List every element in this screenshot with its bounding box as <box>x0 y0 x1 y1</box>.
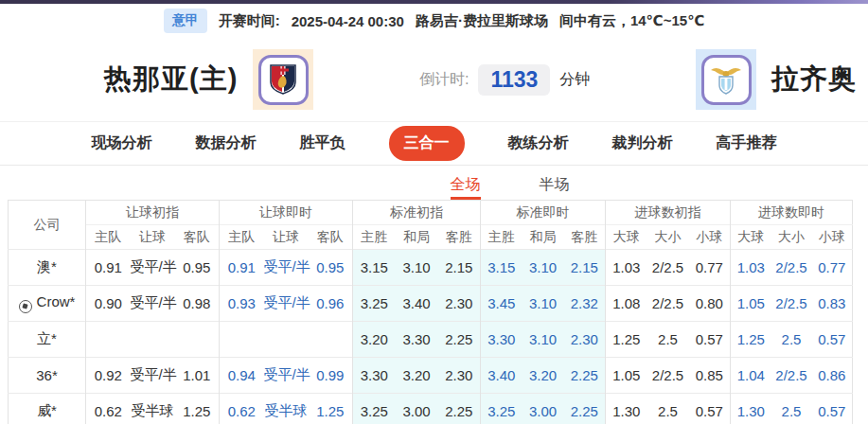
odds-cell: 2/2.5 <box>647 250 689 286</box>
odds-cell: 2.5 <box>771 322 812 358</box>
home-team-logo <box>253 49 313 110</box>
odds-cell: 0.99 <box>309 358 353 394</box>
group-header-1: 让球初指 <box>86 201 220 225</box>
odds-cell: 2.15 <box>438 250 481 286</box>
odds-cell: 3.20 <box>396 358 438 394</box>
sub-column-header: 客胜 <box>564 225 606 250</box>
odds-cell: 3.30 <box>481 322 523 358</box>
sub-column-header: 客队 <box>309 225 353 250</box>
main-tab-2[interactable]: 数据分析 <box>196 133 257 153</box>
odds-cell: 0.91 <box>220 250 264 286</box>
main-tab-1[interactable]: 现场分析 <box>92 133 152 153</box>
group-header-4: 标准即时 <box>481 201 606 225</box>
odds-cell: 0.95 <box>175 250 220 286</box>
home-team: 热那亚(主) <box>104 49 313 110</box>
main-tab-4[interactable]: 三合一 <box>389 126 465 161</box>
group-header-2: 让球即时 <box>220 201 353 225</box>
sub-column-header: 让球 <box>131 225 175 250</box>
venue: 路易吉·费拉里斯球场 <box>416 12 548 30</box>
table-row: 澳*0.91受平/半0.950.91受平/半0.953.153.102.153.… <box>9 250 853 286</box>
company-column-header: 公司 <box>9 201 86 250</box>
odds-cell: 1.03 <box>606 250 647 286</box>
odds-cell <box>264 322 309 358</box>
sub-column-header: 客胜 <box>438 225 481 250</box>
odds-cell: 0.90 <box>86 286 131 322</box>
odds-cell: 3.00 <box>396 394 438 424</box>
odds-cell: 1.30 <box>606 394 647 424</box>
home-team-name: 热那亚(主) <box>104 61 238 98</box>
odds-cell: 3.45 <box>481 286 523 322</box>
sub-column-header: 小球 <box>812 225 853 250</box>
odds-cell: 0.94 <box>220 358 264 394</box>
odds-cell: 0.57 <box>812 394 853 424</box>
odds-cell: 受半球 <box>131 394 175 424</box>
odds-cell: 3.40 <box>481 358 523 394</box>
away-team: 拉齐奥 <box>696 49 857 110</box>
odds-cell: 2/2.5 <box>647 286 689 322</box>
period-tabs: 全场半场 <box>0 165 868 200</box>
kickoff-label: 开赛时间: <box>219 12 280 30</box>
odds-cell: 受半球 <box>264 394 309 424</box>
odds-cell: 0.77 <box>689 250 731 286</box>
odds-cell: 2.15 <box>564 250 606 286</box>
odds-cell: 1.25 <box>309 394 353 424</box>
match-info-bar: 意甲 开赛时间: 2025-04-24 00:30 路易吉·费拉里斯球场 间中有… <box>0 4 868 38</box>
odds-cell: 0.77 <box>812 250 853 286</box>
away-team-logo <box>696 49 756 110</box>
odds-cell: 3.10 <box>523 286 564 322</box>
odds-cell: 3.25 <box>353 394 396 424</box>
odds-cell <box>309 322 353 358</box>
odds-cell: 3.40 <box>396 286 438 322</box>
period-tab-1[interactable]: 全场 <box>451 175 481 200</box>
odds-cell: 0.57 <box>812 322 853 358</box>
odds-cell: 2/2.5 <box>647 358 689 394</box>
company-name: 澳* <box>37 258 57 274</box>
odds-cell: 3.10 <box>523 250 564 286</box>
odds-cell: 0.62 <box>220 394 264 424</box>
sub-column-header: 小球 <box>689 225 731 250</box>
countdown-unit: 分钟 <box>559 70 590 90</box>
odds-cell <box>86 322 131 358</box>
odds-cell: 2.5 <box>647 394 689 424</box>
odds-cell: 1.05 <box>606 358 647 394</box>
main-tab-7[interactable]: 高手推荐 <box>717 133 777 153</box>
odds-cell: 1.03 <box>731 250 771 286</box>
odds-cell: 0.57 <box>689 322 731 358</box>
odds-cell: 2/2.5 <box>771 286 812 322</box>
company-name: 威* <box>37 402 57 418</box>
company-cell: 澳* <box>9 250 86 286</box>
company-name: 36* <box>36 367 58 383</box>
main-tab-6[interactable]: 裁判分析 <box>612 133 673 153</box>
countdown-value: 1133 <box>478 64 550 96</box>
odds-cell: 3.30 <box>396 322 438 358</box>
odds-cell: 3.20 <box>353 322 396 358</box>
company-cell: 威* <box>9 394 86 424</box>
odds-cell: 2.5 <box>647 322 689 358</box>
odds-cell: 2.5 <box>771 394 812 424</box>
odds-cell: 0.92 <box>86 358 131 394</box>
odds-cell: 0.86 <box>812 358 853 394</box>
company-cell: 36* <box>9 358 86 394</box>
odds-table-body: 澳*0.91受平/半0.950.91受平/半0.953.153.102.153.… <box>9 250 853 424</box>
period-tab-2[interactable]: 半场 <box>540 175 570 200</box>
odds-cell: 2.32 <box>564 286 606 322</box>
odds-cell: 3.25 <box>481 394 523 424</box>
company-cell: 立* <box>9 322 86 358</box>
group-header-6: 进球数即时 <box>731 201 853 225</box>
odds-cell: 2.30 <box>564 322 606 358</box>
odds-cell: 2.25 <box>564 394 606 424</box>
main-tab-3[interactable]: 胜平负 <box>300 133 345 153</box>
odds-cell: 3.30 <box>353 358 396 394</box>
sub-column-header: 大小 <box>647 225 689 250</box>
kickoff-time: 2025-04-24 00:30 <box>292 13 404 29</box>
sub-column-header: 让球 <box>264 225 309 250</box>
league-badge[interactable]: 意甲 <box>164 9 207 33</box>
odds-cell: 2.25 <box>438 394 481 424</box>
table-row: 立*3.203.302.253.303.102.301.252.50.571.2… <box>9 322 853 358</box>
odds-cell: 0.96 <box>309 286 353 322</box>
table-row: Crow*0.90受平/半0.980.93受平/半0.963.253.402.3… <box>9 286 853 322</box>
main-tab-5[interactable]: 教练分析 <box>508 133 569 153</box>
odds-cell: 2.30 <box>438 286 481 322</box>
main-tabs: 现场分析数据分析胜平负三合一教练分析裁判分析高手推荐 <box>0 121 868 165</box>
sub-column-header: 和局 <box>523 225 564 250</box>
